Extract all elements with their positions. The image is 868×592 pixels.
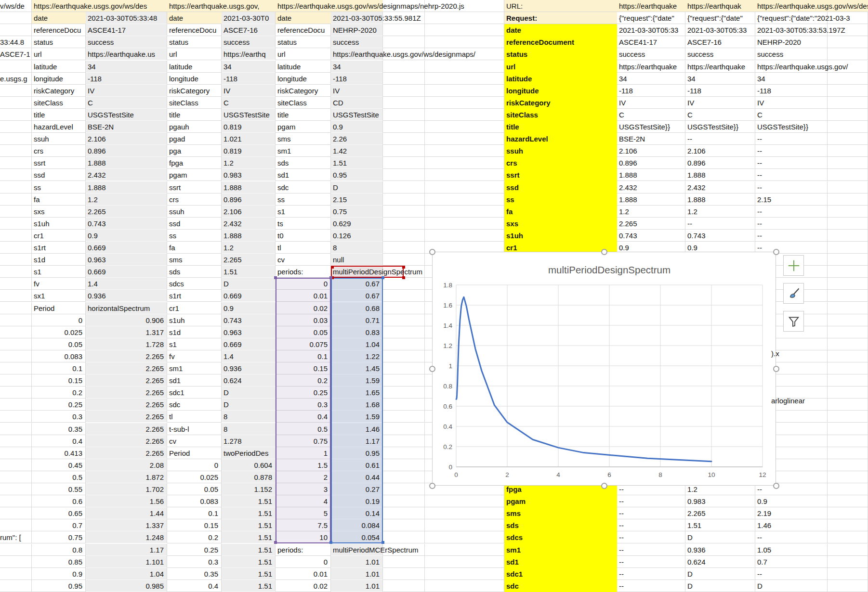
- grid-cell[interactable]: [755, 145, 828, 157]
- table-header-period[interactable]: periods:: [277, 544, 330, 556]
- table-header-series[interactable]: twoPeriodDes: [224, 447, 275, 459]
- grid-cell[interactable]: [828, 556, 868, 568]
- field-value[interactable]: 1.888: [88, 157, 166, 169]
- request-field-value[interactable]: ASCE41-17: [619, 36, 684, 48]
- period-value[interactable]: 0.45: [32, 459, 82, 471]
- grid-cell[interactable]: [383, 399, 425, 411]
- period-value[interactable]: 7.5: [276, 519, 328, 531]
- grid-cell[interactable]: [0, 507, 32, 519]
- request-field-label[interactable]: referenceDocument: [506, 36, 616, 48]
- field-value[interactable]: -118: [333, 73, 382, 85]
- request-field-value[interactable]: --: [619, 495, 684, 507]
- request-field-value[interactable]: 1.51: [687, 519, 754, 531]
- request-field-label[interactable]: status: [506, 48, 616, 60]
- request-field-value[interactable]: C: [757, 109, 763, 121]
- grid-cell[interactable]: [828, 531, 868, 543]
- spectrum-value[interactable]: 0.906: [86, 314, 164, 326]
- field-value[interactable]: D: [224, 399, 275, 411]
- url-value[interactable]: https://earthquake.usgs.gov/ws/designmap…: [757, 0, 868, 12]
- request-field-value[interactable]: IV: [687, 97, 754, 109]
- period-value[interactable]: 0.05: [276, 326, 328, 338]
- grid-cell[interactable]: [383, 97, 425, 109]
- spectrum-value[interactable]: 0.67: [331, 278, 380, 290]
- field-label[interactable]: pga: [169, 145, 221, 157]
- spectrum-value[interactable]: 0.83: [331, 326, 380, 338]
- grid-cell[interactable]: [0, 483, 32, 495]
- grid-cell[interactable]: [383, 85, 425, 97]
- request-field-value[interactable]: --: [619, 568, 684, 580]
- field-value[interactable]: 0.936: [88, 290, 166, 302]
- field-value[interactable]: 34: [88, 61, 166, 73]
- period-value[interactable]: 0.15: [167, 519, 218, 531]
- field-label[interactable]: cv: [277, 254, 330, 266]
- period-value[interactable]: 0.4: [276, 411, 328, 423]
- period-value[interactable]: 0.083: [32, 350, 82, 362]
- field-value[interactable]: 1.888: [88, 181, 166, 193]
- grid-cell[interactable]: [383, 568, 425, 580]
- grid-cell[interactable]: [0, 386, 32, 399]
- request-field-value[interactable]: 1.05: [757, 544, 771, 556]
- grid-cell[interactable]: [383, 302, 425, 314]
- request-field-value[interactable]: 34: [619, 73, 684, 85]
- field-label[interactable]: sm1: [277, 145, 330, 157]
- spectrum-value[interactable]: 1.04: [331, 338, 380, 350]
- grid-cell[interactable]: [0, 109, 32, 121]
- spectrum-value[interactable]: 1.01: [331, 556, 380, 568]
- field-label[interactable]: s1rt: [169, 290, 221, 302]
- request-field-value[interactable]: --: [619, 544, 684, 556]
- request-field-value[interactable]: 0.624: [687, 556, 754, 568]
- period-value[interactable]: 0.2: [32, 386, 82, 399]
- field-value[interactable]: -118: [224, 73, 275, 85]
- spectrum-value[interactable]: 1.728: [86, 338, 164, 350]
- request-field-value[interactable]: D: [687, 580, 754, 592]
- request-field-label[interactable]: s1uh: [506, 230, 616, 242]
- request-field-value[interactable]: IV: [757, 97, 764, 109]
- field-label[interactable]: sdc1: [169, 386, 221, 399]
- field-label[interactable]: sdc: [277, 181, 330, 193]
- field-label[interactable]: sms: [277, 133, 330, 145]
- period-value[interactable]: 0.9: [32, 568, 82, 580]
- grid-cell[interactable]: [425, 531, 504, 543]
- field-label[interactable]: fa: [34, 193, 85, 206]
- request-field-label[interactable]: ssrt: [506, 169, 616, 181]
- chart-resize-handle[interactable]: [429, 366, 435, 372]
- grid-cell[interactable]: [755, 157, 828, 169]
- field-value[interactable]: 2021-03-30T05:33:48: [88, 12, 166, 24]
- request-field-value[interactable]: USGSTestSite}}: [687, 121, 754, 133]
- grid-cell[interactable]: [828, 193, 868, 206]
- grid-cell[interactable]: [0, 121, 32, 133]
- field-label[interactable]: title: [277, 109, 330, 121]
- grid-cell[interactable]: [828, 97, 868, 109]
- field-value[interactable]: 0.936: [224, 362, 275, 374]
- request-field-label[interactable]: ss: [506, 193, 616, 206]
- url-row-label[interactable]: URL:: [506, 0, 616, 12]
- field-label[interactable]: s1: [277, 206, 330, 218]
- field-value[interactable]: 8: [224, 411, 275, 423]
- period-value[interactable]: 0.35: [32, 423, 82, 435]
- request-field-value[interactable]: 2.15: [757, 193, 771, 206]
- request-field-label[interactable]: sds: [506, 519, 616, 531]
- request-field-value[interactable]: 0.936: [687, 544, 754, 556]
- field-value[interactable]: null: [333, 254, 382, 266]
- grid-cell[interactable]: [0, 218, 32, 230]
- field-label[interactable]: sd1: [169, 374, 221, 386]
- field-label[interactable]: status: [277, 36, 330, 48]
- grid-cell[interactable]: [0, 302, 32, 314]
- grid-cell[interactable]: [0, 230, 32, 242]
- chart-resize-handle[interactable]: [773, 249, 779, 255]
- spectrum-value[interactable]: 1.152: [222, 483, 272, 495]
- field-value[interactable]: 1.4: [224, 350, 275, 362]
- field-label[interactable]: fv: [169, 350, 221, 362]
- field-label[interactable]: ssrt: [34, 157, 85, 169]
- grid-cell[interactable]: [0, 169, 32, 181]
- request-field-value[interactable]: -118: [757, 85, 771, 97]
- field-value[interactable]: 0.9: [333, 121, 382, 133]
- grid-cell[interactable]: [383, 133, 425, 145]
- spectrum-value[interactable]: 0.95: [331, 447, 380, 459]
- field-label[interactable]: s1uh: [169, 314, 221, 326]
- field-label[interactable]: ssd: [169, 218, 221, 230]
- field-label[interactable]: latitude: [277, 61, 330, 73]
- grid-cell[interactable]: [0, 580, 32, 592]
- grid-cell[interactable]: [0, 181, 32, 193]
- request-field-value[interactable]: --: [757, 133, 762, 145]
